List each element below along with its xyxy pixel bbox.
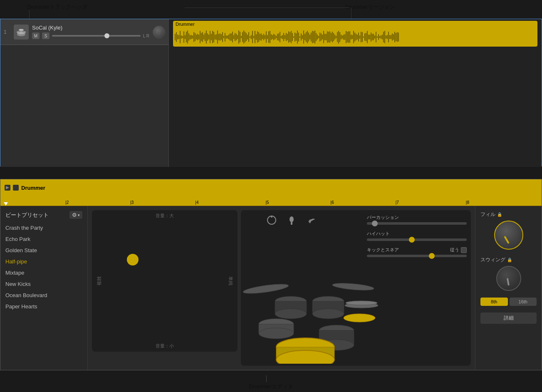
hihat-control: ハイハット: [367, 231, 467, 241]
shaker-icon[interactable]: [286, 214, 297, 226]
xy-pad-left-label: 複雑: [96, 276, 102, 285]
swing-knob[interactable]: [496, 266, 521, 291]
svg-point-19: [312, 309, 344, 319]
playhead: [4, 202, 8, 206]
drum-controls-panel: パーカッション ハイハット: [367, 214, 467, 257]
follow-label: 従う: [450, 247, 459, 253]
svg-point-23: [344, 314, 375, 322]
ruler-mark-3: |3: [130, 200, 134, 205]
xy-pad-right-label: 単純: [228, 276, 234, 285]
ruler-mark-2: |2: [65, 200, 69, 205]
kick-snare-thumb: [429, 253, 435, 259]
swing-knob-container: [480, 266, 537, 291]
region-label: Drummer: [176, 22, 195, 27]
kick-snare-label: キックとスネア 従う: [367, 247, 467, 253]
track-number: 1: [4, 29, 10, 35]
solo-button[interactable]: S: [42, 32, 49, 39]
presets-header: ビートプリセット ⚙ ▾: [0, 209, 87, 222]
editor-title: Drummer: [21, 185, 45, 191]
xy-dot[interactable]: [127, 254, 139, 265]
timeline-ruler: |2 |3 |4 |5 |6 |7 |8: [0, 196, 542, 206]
presets-title: ビートプリセット: [5, 211, 49, 219]
xy-pad-top-label: 音量：大: [156, 213, 174, 219]
ruler-mark-6: |6: [331, 200, 334, 205]
track-name: SoCal (Kyle): [32, 25, 149, 31]
svg-point-16: [275, 309, 307, 319]
drummer-region[interactable]: Drummer: [173, 21, 537, 47]
volume-thumb: [104, 33, 109, 38]
follow-toggle[interactable]: [461, 247, 467, 253]
preset-paper-hearts[interactable]: Paper Hearts: [0, 301, 87, 312]
drummer-editor: Drummer |2 |3 |4 |5 |6 |7 |8 ビートプリセット ⚙ …: [0, 179, 542, 370]
percussion-slider[interactable]: [367, 222, 467, 225]
track-buttons: M S L R: [32, 32, 149, 39]
follow-section: 従う: [450, 247, 467, 253]
ruler-mark-4: |4: [195, 200, 198, 205]
track-header: 1 SoCal (Kyle) M S: [0, 19, 169, 167]
mute-button[interactable]: M: [32, 32, 40, 39]
kick-snare-control: キックとスネア 従う: [367, 247, 467, 257]
svg-point-4: [19, 29, 24, 31]
drummer-editor-annotation: Drummerエディタ: [249, 383, 293, 390]
track-controls: SoCal (Kyle) M S L R: [32, 25, 149, 39]
note-8th-button[interactable]: 8th: [480, 298, 508, 306]
loop-icon[interactable]: [13, 185, 19, 191]
fill-knob-indicator: [504, 236, 509, 243]
presets-gear-button[interactable]: ⚙ ▾: [69, 211, 82, 219]
xy-pad[interactable]: 音量：大 音量：小 複雑 単純: [92, 210, 238, 352]
lr-label: L R: [143, 34, 149, 38]
fill-knob[interactable]: [494, 221, 523, 250]
fill-section: フィル 🔒: [480, 211, 537, 250]
fill-lock-icon[interactable]: 🔒: [497, 212, 502, 217]
swing-knob-indicator: [506, 278, 509, 285]
svg-point-8: [290, 216, 294, 222]
pan-knob[interactable]: [153, 26, 165, 38]
drummer-region-line-v: [351, 7, 351, 19]
fill-title: フィル 🔒: [480, 211, 537, 218]
detail-button[interactable]: 詳細: [480, 313, 537, 324]
drum-kit-area: パーカッション ハイハット: [241, 210, 471, 366]
preset-echo-park[interactable]: Echo Park: [0, 233, 87, 245]
svg-point-3: [22, 31, 26, 33]
track-header-annotation: Drummerトラックヘッダ: [27, 3, 87, 11]
percussion-thumb: [372, 221, 378, 226]
fill-knob-container: [480, 221, 537, 250]
svg-point-22: [259, 328, 294, 339]
waveform: [175, 29, 536, 45]
preset-ocean-boulevard[interactable]: Ocean Boulevard: [0, 290, 87, 301]
editor-content: ビートプリセット ⚙ ▾ Crash the Party Echo Park G…: [0, 206, 542, 370]
svg-marker-5: [6, 186, 9, 189]
note-buttons: 8th 16th: [480, 298, 537, 306]
kick-snare-slider[interactable]: [367, 255, 467, 257]
note-16th-button[interactable]: 16th: [510, 298, 537, 306]
preset-crash-the-party[interactable]: Crash the Party: [0, 222, 87, 233]
hihat-thumb: [409, 237, 415, 243]
tambourine-icon[interactable]: [266, 214, 277, 226]
track-header-annotation-line: [29, 10, 30, 19]
preset-half-pipe[interactable]: Half-pipe: [0, 256, 87, 267]
play-triangle: [6, 186, 9, 189]
drum-kit-visual: [241, 256, 382, 364]
track-row: 1 SoCal (Kyle) M S: [0, 19, 168, 45]
svg-point-10: [243, 282, 289, 295]
preset-new-kicks[interactable]: New Kicks: [0, 278, 87, 290]
drum-icon: [14, 25, 29, 40]
gear-icon: ⚙: [72, 212, 77, 218]
drummer-region-annotation: Drummerリージョン: [345, 3, 395, 11]
track-area: Drummer: [169, 19, 542, 167]
svg-point-13: [332, 282, 374, 292]
hihat-slider[interactable]: [367, 238, 467, 241]
swing-lock-icon[interactable]: 🔒: [507, 258, 512, 262]
ruler-mark-5: |5: [265, 200, 269, 205]
center-area: 音量：大 音量：小 複雑 単純: [88, 206, 475, 370]
clap-icon[interactable]: [306, 214, 317, 226]
percussion-control: パーカッション: [367, 214, 467, 225]
play-icon[interactable]: [5, 185, 10, 191]
preset-mixtape[interactable]: Mixtape: [0, 267, 87, 278]
ruler-mark-8: |8: [466, 200, 469, 205]
percussion-label: パーカッション: [367, 214, 467, 221]
preset-golden-state[interactable]: Golden State: [0, 245, 87, 256]
waveform-bars: [175, 30, 399, 45]
drummer-region-line-h: [185, 7, 349, 8]
volume-slider[interactable]: [52, 35, 141, 37]
